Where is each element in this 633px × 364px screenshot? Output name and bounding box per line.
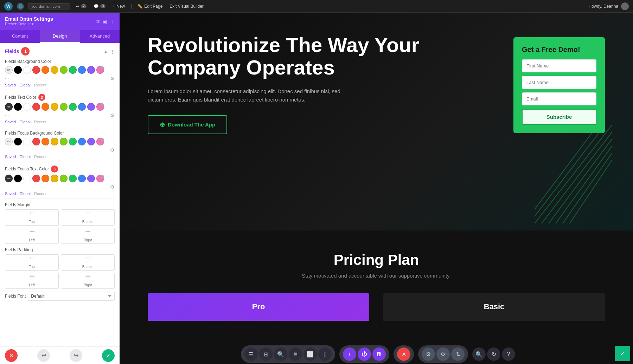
panel-layout-icon[interactable]: ▣ (102, 19, 107, 24)
fb-black[interactable] (14, 138, 22, 145)
ft-white[interactable] (23, 175, 31, 182)
padding-right-input[interactable] (63, 279, 112, 283)
tc-tab-recent[interactable]: Recent (34, 120, 46, 124)
section-menu-icon[interactable]: ⋮ (110, 49, 115, 54)
fb-orange[interactable] (41, 138, 49, 145)
padding-top-input[interactable] (7, 261, 56, 265)
new-btn[interactable]: + New (111, 3, 126, 9)
toolbar-add-btn[interactable]: + (343, 347, 356, 361)
close-panel-button[interactable]: ✕ (5, 349, 18, 362)
section-collapse-icon[interactable]: ▲ (103, 49, 108, 54)
margin-right-link-icon[interactable]: ⟷ (85, 229, 90, 233)
toolbar-history-btn[interactable]: ⟳ (436, 347, 450, 361)
margin-right-input[interactable] (63, 234, 112, 238)
fb-tab-recent[interactable]: Recent (34, 155, 46, 159)
toolbar-power-btn[interactable]: ⏻ (358, 347, 371, 361)
tc-tab-saved[interactable]: Saved (5, 120, 16, 124)
panel-copy-icon[interactable]: ⧉ (96, 18, 100, 24)
tab-content[interactable]: Content (0, 30, 40, 43)
toolbar-gear-btn[interactable]: ⚙ (422, 347, 435, 361)
padding-bottom-link-icon[interactable]: ⟷ (85, 256, 90, 260)
padding-left-link-icon[interactable]: ⟷ (30, 274, 34, 278)
ft-black[interactable] (14, 175, 22, 182)
color-green[interactable] (69, 66, 77, 74)
tab-advanced[interactable]: Advanced (80, 30, 120, 43)
tab-global[interactable]: Global (19, 83, 31, 87)
color-red[interactable] (32, 66, 40, 74)
wp-logo-icon[interactable]: W (4, 2, 13, 11)
margin-left-link-icon[interactable]: ⟷ (30, 229, 34, 233)
tc-orange[interactable] (41, 103, 49, 111)
exit-builder-btn[interactable]: Exit Visual Builder (168, 3, 205, 9)
ft-green[interactable] (69, 175, 77, 182)
more-colors-btn[interactable]: ··· (5, 75, 8, 82)
ft-yellow[interactable] (51, 175, 58, 182)
tc-black[interactable] (14, 103, 22, 111)
fb-pink[interactable] (96, 138, 104, 145)
ft-settings-icon[interactable]: ⚙ (110, 184, 115, 190)
toolbar-menu-btn[interactable]: ☰ (244, 347, 258, 361)
ft-orange[interactable] (41, 175, 49, 182)
tc-more-btn[interactable]: ··· (5, 112, 8, 118)
tab-design[interactable]: Design (40, 30, 79, 43)
fb-tab-saved[interactable]: Saved (5, 155, 16, 159)
tc-white[interactable] (23, 103, 31, 111)
padding-right-link-icon[interactable]: ⟷ (85, 274, 90, 278)
fb-yellow[interactable] (51, 138, 58, 145)
margin-bottom-link-icon[interactable]: ⟷ (85, 211, 90, 215)
color-blue[interactable] (78, 66, 86, 74)
toolbar-mobile-btn[interactable]: ▯ (318, 347, 332, 361)
color-orange[interactable] (41, 66, 49, 74)
tc-blue[interactable] (78, 103, 86, 111)
toolbar-help-btn[interactable]: ? (502, 347, 515, 361)
ft-lime[interactable] (60, 175, 68, 182)
padding-left-input[interactable] (7, 279, 56, 283)
focus-text-edit-btn[interactable]: ✏ (5, 175, 13, 182)
fb-more-btn[interactable]: ··· (5, 147, 8, 153)
ft-red[interactable] (32, 175, 40, 182)
fb-purple[interactable] (87, 138, 95, 145)
padding-bottom-input[interactable] (63, 261, 112, 265)
color-settings-icon[interactable]: ⚙ (110, 76, 115, 81)
toolbar-grid-btn[interactable]: ⊞ (259, 347, 273, 361)
margin-bottom-input[interactable] (63, 216, 112, 220)
tc-settings-icon[interactable]: ⚙ (110, 112, 115, 118)
toolbar-search-btn[interactable]: 🔍 (274, 347, 287, 361)
undo-btn[interactable]: ↩ 2 (75, 3, 88, 9)
toolbar-tablet-btn[interactable]: ⬜ (303, 347, 317, 361)
ft-tab-recent[interactable]: Recent (34, 191, 46, 196)
toolbar-search2-btn[interactable]: 🔍 (472, 347, 486, 361)
toolbar-refresh-btn[interactable]: ↻ (487, 347, 500, 361)
last-name-input[interactable] (522, 76, 596, 89)
tc-lime[interactable] (60, 103, 68, 111)
email-input[interactable] (522, 92, 596, 105)
redo-button[interactable]: ↪ (70, 349, 82, 362)
padding-top-link-icon[interactable]: ⟷ (30, 256, 34, 260)
corner-check-button[interactable]: ✓ (615, 346, 630, 361)
color-black[interactable] (14, 66, 22, 74)
fields-font-select[interactable]: Default (28, 292, 115, 301)
ft-tab-global[interactable]: Global (19, 191, 31, 196)
site-icon[interactable]: 🌐 (17, 3, 24, 10)
ft-more-btn[interactable]: ··· (5, 184, 8, 190)
fb-settings-icon[interactable]: ⚙ (110, 147, 115, 153)
download-app-button[interactable]: ⊕ Download The App (148, 115, 227, 134)
toolbar-desktop-btn[interactable]: 🖥 (289, 347, 302, 361)
fb-lime[interactable] (60, 138, 68, 145)
ft-pink[interactable] (96, 175, 104, 182)
tc-green[interactable] (69, 103, 77, 111)
fb-green[interactable] (69, 138, 77, 145)
margin-top-link-icon[interactable]: ⟷ (30, 211, 34, 215)
comments-btn[interactable]: 💬 0 (92, 3, 107, 9)
focus-bg-edit-btn[interactable]: ✏ (5, 138, 13, 145)
color-white[interactable] (23, 66, 31, 74)
fb-tab-global[interactable]: Global (19, 155, 31, 159)
color-yellow[interactable] (51, 66, 58, 74)
fb-red[interactable] (32, 138, 40, 145)
subscribe-button[interactable]: Subscribe (522, 109, 596, 125)
ft-blue[interactable] (78, 175, 86, 182)
first-name-input[interactable] (522, 59, 596, 72)
margin-top-input[interactable] (7, 216, 56, 220)
ft-purple[interactable] (87, 175, 95, 182)
tc-yellow[interactable] (51, 103, 58, 111)
